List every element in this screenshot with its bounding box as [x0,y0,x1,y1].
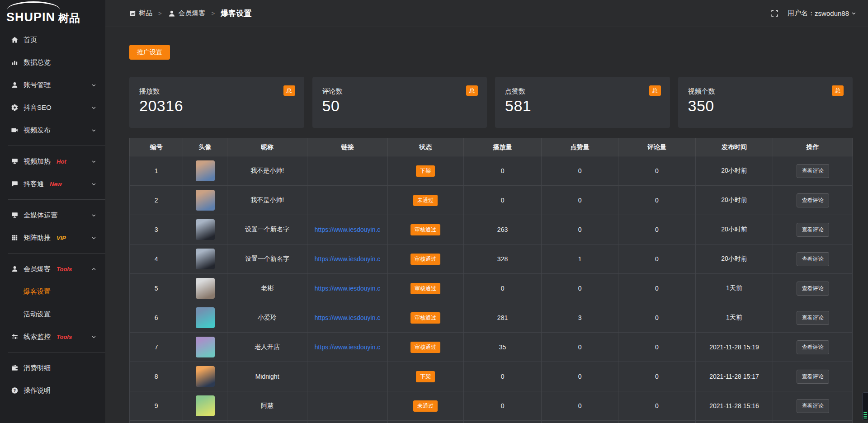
sidebar-item-全媒体运营[interactable]: 全媒体运营 [0,204,105,226]
view-comments-button[interactable]: 查看评论 [797,223,829,237]
breadcrumb-item-会员爆客[interactable]: 会员爆客 [168,9,206,18]
cell-status: 下架 [387,156,463,186]
video-link[interactable]: https://www.iesdouyin.c [315,343,381,351]
cell-comments: 0 [618,333,695,362]
view-comments-button[interactable]: 查看评论 [797,282,829,296]
cell-avatar [183,362,227,391]
sidebar-item-label: 线索监控 [24,333,51,341]
chevron-down-icon [91,235,96,240]
cell-avatar [183,244,227,274]
view-comments-button[interactable]: 查看评论 [797,164,829,178]
breadcrumb: 树品>会员爆客>爆客设置 [129,8,251,19]
cell-plays: 0 [463,362,542,391]
user-icon [11,265,19,273]
cell-comments: 0 [618,244,695,274]
topbar-right: 用户名： zswodun88 [771,9,856,18]
cell-avatar [183,186,227,215]
chevron-down-icon [91,128,96,133]
view-comments-button[interactable]: 查看评论 [797,193,829,207]
total-badge: 总 [466,85,478,96]
view-comments-button[interactable]: 查看评论 [797,399,829,413]
cell-link [307,186,387,215]
table-row: 7老人开店https://www.iesdouyin.c审核通过35002021… [130,333,853,362]
cell-avatar [183,303,227,333]
sidebar-item-label: 全媒体运营 [24,211,57,220]
sidebar-item-视频发布[interactable]: 视频发布 [0,119,105,141]
cell-likes: 3 [542,303,618,333]
sidebar-item-矩阵助推[interactable]: 矩阵助推VIP [0,226,105,249]
stat-card-label: 播放数 [139,87,294,96]
cell-likes: 0 [542,362,618,391]
cell-id: 9 [130,391,183,421]
table-row: 6小爱玲https://www.iesdouyin.c审核通过281301天前查… [130,303,853,333]
cell-nickname: 我不是小帅! [227,156,307,186]
cell-id: 7 [130,333,183,362]
column-header-头像: 头像 [183,138,227,156]
view-comments-button[interactable]: 查看评论 [797,370,829,384]
cell-likes: 0 [542,391,618,421]
topbar: 树品>会员爆客>爆客设置 用户名： zswodun88 [105,0,868,27]
sidebar-item-首页[interactable]: 首页 [0,28,105,51]
status-badge: 未通过 [413,400,438,412]
user-menu[interactable]: 用户名： zswodun88 [788,9,856,18]
view-comments-button[interactable]: 查看评论 [797,340,829,354]
sidebar-item-账号管理[interactable]: 账号管理 [0,74,105,96]
cell-id: 5 [130,274,183,303]
video-link[interactable]: https://www.iesdouyin.c [315,285,381,292]
cell-plays: 281 [463,303,542,333]
cell-likes: 0 [542,274,618,303]
cell-nickname: 我不是小帅! [227,186,307,215]
cell-nickname: 设置一个新名字 [227,215,307,244]
sidebar-item-抖客通[interactable]: 抖客通New [0,173,105,195]
sidebar-item-操作说明[interactable]: ?操作说明 [0,379,105,402]
column-header-播放量: 播放量 [463,138,542,156]
chevron-up-icon [91,267,96,272]
fullscreen-icon[interactable] [771,9,778,17]
table-row: 2我不是小帅!未通过00020小时前查看评论 [130,186,853,215]
sidebar-subitem-活动设置[interactable]: 活动设置 [0,303,105,325]
view-comments-button[interactable]: 查看评论 [797,311,829,325]
cell-status: 下架 [387,362,463,391]
cell-plays: 263 [463,215,542,244]
cell-comments: 0 [618,391,695,421]
sidebar-item-tag: New [50,181,62,188]
svg-text:?: ? [14,388,16,393]
cell-status: 审核通过 [387,303,463,333]
breadcrumb-item-树品[interactable]: 树品 [129,9,152,18]
video-link[interactable]: https://www.iesdouyin.c [315,255,381,263]
promotion-settings-button[interactable]: 推广设置 [129,45,170,60]
stat-cards: 播放数20316总评论数50总点赞数581总视频个数350总 [129,77,853,128]
sidebar-subitem-爆客设置[interactable]: 爆客设置 [0,280,105,303]
video-icon [11,126,19,134]
sidebar-item-抖音SEO[interactable]: 抖音SEO [0,96,105,119]
status-badge: 下架 [416,371,435,382]
sidebar-item-消费明细[interactable]: 消费明细 [0,357,105,379]
cell-status: 未通过 [387,186,463,215]
avatar [196,307,215,328]
user-icon [168,9,176,18]
sidebar-item-会员爆客[interactable]: 会员爆客Tools [0,258,105,280]
sidebar-item-视频加热[interactable]: 视频加热Hot [0,150,105,173]
cell-time: 1天前 [695,303,773,333]
video-link[interactable]: https://www.iesdouyin.c [315,314,381,321]
sidebar-subitem-label: 活动设置 [24,310,51,319]
breadcrumb-label: 树品 [139,9,152,18]
sidebar-item-线索监控[interactable]: 线索监控Tools [0,325,105,348]
cell-likes: 0 [542,215,618,244]
sidebar-divider [8,199,105,200]
cell-plays: 0 [463,186,542,215]
sidebar-item-label: 抖客通 [24,180,44,188]
floating-widget[interactable] [862,392,868,420]
avatar [196,366,215,387]
cell-actions: 查看评论 [773,362,853,391]
app-logo[interactable]: SHUPIN 树品 [0,0,105,27]
cell-status: 审核通过 [387,215,463,244]
stat-card-value: 50 [322,97,477,115]
cell-id: 2 [130,186,183,215]
sidebar-item-数据总览[interactable]: 数据总览 [0,51,105,74]
view-comments-button[interactable]: 查看评论 [797,252,829,266]
video-link[interactable]: https://www.iesdouyin.c [315,226,381,233]
cell-likes: 0 [542,333,618,362]
gear-icon [11,103,19,112]
chevron-down-icon [91,159,96,164]
